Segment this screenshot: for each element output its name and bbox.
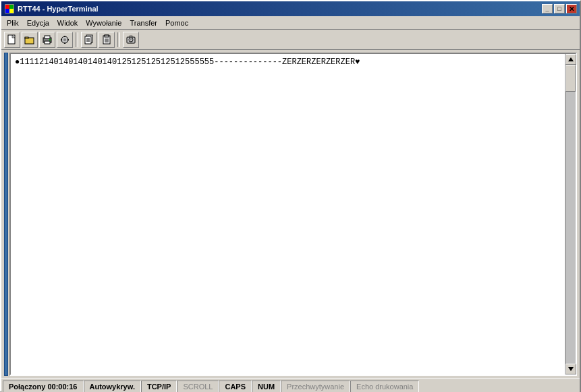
svg-marker-34 <box>568 57 574 61</box>
toolbar-open-button[interactable] <box>22 32 38 48</box>
vertical-scrollbar[interactable] <box>565 54 576 374</box>
status-echo: Echo drukowania <box>350 381 419 393</box>
title-bar-buttons: _ □ ✕ <box>542 4 577 13</box>
svg-rect-2 <box>9 5 13 9</box>
minimize-button[interactable]: _ <box>542 4 553 13</box>
toolbar-separator-1 <box>76 32 78 47</box>
status-scroll: SCROLL <box>177 381 219 393</box>
status-num: NUM <box>252 381 281 393</box>
svg-rect-26 <box>105 35 109 37</box>
menu-transfer[interactable]: Transfer <box>126 18 161 28</box>
svg-point-14 <box>63 38 66 41</box>
menu-wywolanie[interactable]: Wywołanie <box>82 18 126 28</box>
maximize-button[interactable]: □ <box>554 4 565 13</box>
close-icon: ✕ <box>569 5 574 13</box>
scroll-thumb[interactable] <box>565 65 576 92</box>
status-detection: Autowykryw. <box>84 381 141 393</box>
main-area: ●111121401401401401401251251251251255555… <box>1 50 580 379</box>
toolbar <box>1 30 580 50</box>
window-frame: RTT44 - HyperTerminal _ □ ✕ Plik Edycja … <box>0 0 581 392</box>
scroll-track[interactable] <box>565 65 576 364</box>
app-icon <box>4 3 15 14</box>
scroll-down-button[interactable] <box>565 364 576 374</box>
svg-rect-3 <box>5 9 9 13</box>
menu-bar: Plik Edycja Widok Wywołanie Transfer Pom… <box>1 16 580 30</box>
terminal-inner[interactable]: ●111121401401401401401251251251251255555… <box>11 54 565 374</box>
terminal-content: ●111121401401401401401251251251251255555… <box>11 54 565 71</box>
window-title: RTT44 - HyperTerminal <box>18 5 99 13</box>
menu-widok[interactable]: Widok <box>53 18 82 28</box>
toolbar-properties-button[interactable] <box>57 32 73 48</box>
toolbar-print-button[interactable] <box>39 32 55 48</box>
status-protocol: TCP/IP <box>141 381 177 393</box>
left-indicator <box>4 53 8 376</box>
svg-rect-33 <box>130 36 132 38</box>
menu-plik[interactable]: Plik <box>3 18 23 28</box>
status-bar: Połączony 00:00:16 Autowykryw. TCP/IP SC… <box>1 379 580 392</box>
svg-rect-8 <box>25 37 28 38</box>
toolbar-separator-2 <box>117 32 120 47</box>
svg-rect-12 <box>49 39 51 40</box>
scroll-up-button[interactable] <box>565 54 576 65</box>
svg-rect-4 <box>9 9 13 13</box>
title-bar-left: RTT44 - HyperTerminal <box>4 3 99 14</box>
svg-rect-11 <box>45 41 50 44</box>
toolbar-paste-button[interactable] <box>99 32 115 48</box>
svg-marker-35 <box>568 367 574 371</box>
status-caps: CAPS <box>219 381 252 393</box>
status-connection: Połączony 00:00:16 <box>3 381 84 393</box>
toolbar-new-button[interactable] <box>4 32 20 48</box>
close-button[interactable]: ✕ <box>566 4 577 13</box>
terminal-window[interactable]: ●111121401401401401401251251251251255555… <box>9 53 577 376</box>
svg-rect-1 <box>5 5 9 9</box>
status-capture: Przechwytywanie <box>281 381 350 393</box>
svg-rect-5 <box>8 35 15 44</box>
menu-edycja[interactable]: Edycja <box>23 18 53 28</box>
toolbar-copy-button[interactable] <box>81 32 97 48</box>
toolbar-dial-button[interactable] <box>123 32 139 48</box>
menu-pomoc[interactable]: Pomoc <box>161 18 192 28</box>
title-bar: RTT44 - HyperTerminal _ □ ✕ <box>1 1 580 16</box>
svg-rect-10 <box>45 36 50 38</box>
svg-point-32 <box>130 38 132 40</box>
